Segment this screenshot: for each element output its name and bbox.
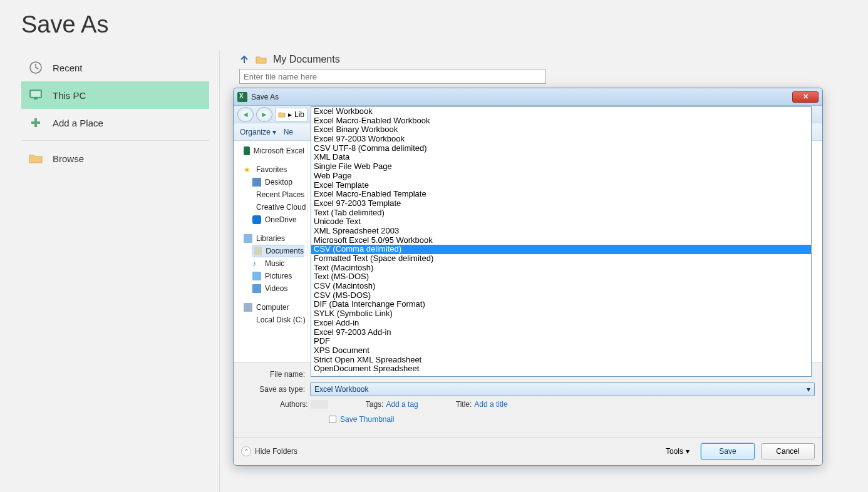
title-label: Title: <box>456 400 472 409</box>
breadcrumb: My Documents <box>225 54 855 69</box>
type-option[interactable]: CSV UTF-8 (Comma delimited) <box>311 144 811 153</box>
sidebar-item-this-pc[interactable]: This PC <box>21 81 209 109</box>
type-option[interactable]: CSV (MS-DOS) <box>311 291 811 300</box>
up-arrow-icon[interactable] <box>239 54 249 64</box>
tools-menu[interactable]: Tools▾ <box>666 447 690 456</box>
type-option[interactable]: Excel Macro-Enabled Workbook <box>311 116 811 126</box>
tree-libraries[interactable]: Libraries <box>244 232 304 245</box>
type-option[interactable]: XML Data <box>311 153 811 162</box>
hide-folders-button[interactable]: ˄ Hide Folders <box>241 446 297 456</box>
type-option[interactable]: CSV (Comma delimited) <box>311 245 811 254</box>
authors-label: Authors: <box>280 400 308 409</box>
type-option[interactable]: OpenDocument Spreadsheet <box>311 364 811 374</box>
forward-button[interactable]: ► <box>256 107 272 122</box>
tree-onedrive[interactable]: OneDrive <box>252 213 304 226</box>
sidebar-item-label: This PC <box>53 90 86 101</box>
add-title-link[interactable]: Add a title <box>474 400 507 409</box>
sidebar-item-label: Browse <box>53 153 84 164</box>
svg-rect-2 <box>31 91 40 96</box>
tree-computer[interactable]: Computer <box>244 301 304 314</box>
videos-icon <box>252 284 261 293</box>
type-option[interactable]: Text (Macintosh) <box>311 264 811 273</box>
folder-small-icon <box>278 111 286 118</box>
dialog-footer: ˄ Hide Folders Tools▾ Save Cancel <box>234 437 822 465</box>
chevron-down-icon: ▾ <box>272 128 276 136</box>
type-option[interactable]: Microsoft Excel 5.0/95 Workbook <box>311 236 811 245</box>
type-option[interactable]: XML Spreadsheet 2003 <box>311 227 811 236</box>
computer-icon <box>244 303 252 312</box>
add-tag-link[interactable]: Add a tag <box>386 400 418 409</box>
filename-input[interactable] <box>239 69 546 84</box>
clock-icon <box>28 61 44 74</box>
page-title: Save As <box>0 0 868 38</box>
back-button[interactable]: ◄ <box>237 107 254 122</box>
pictures-icon <box>252 272 261 280</box>
save-button[interactable]: Save <box>701 443 755 459</box>
chevron-down-icon: ▾ <box>686 447 690 456</box>
organize-menu[interactable]: Organize▾ <box>240 128 276 136</box>
sidebar-item-label: Recent <box>53 63 83 73</box>
type-option[interactable]: Excel 97-2003 Workbook <box>311 135 811 144</box>
sidebar: Recent This PC Add a Place Browse <box>21 54 209 172</box>
excel-icon <box>237 92 247 102</box>
type-option[interactable]: Text (Tab delimited) <box>311 208 811 218</box>
type-combo-value: Excel Workbook <box>314 385 368 394</box>
type-option[interactable]: Excel 97-2003 Template <box>311 199 811 208</box>
libraries-icon <box>244 234 252 243</box>
type-option[interactable]: Excel Binary Workbook <box>311 125 811 135</box>
dialog-titlebar[interactable]: Save As ✕ <box>234 88 822 106</box>
tree-desktop[interactable]: Desktop <box>252 176 304 188</box>
sidebar-item-recent[interactable]: Recent <box>21 54 209 81</box>
tree-documents[interactable]: Documents <box>252 245 304 257</box>
type-option[interactable]: Web Page <box>311 172 811 181</box>
type-option[interactable]: Formatted Text (Space delimited) <box>311 254 811 264</box>
type-option[interactable]: Excel Add-in <box>311 319 811 328</box>
save-as-type-dropdown[interactable]: Excel WorkbookExcel Macro-Enabled Workbo… <box>311 106 812 377</box>
type-option[interactable]: Excel Macro-Enabled Template <box>311 190 811 199</box>
save-as-type-combo[interactable]: Excel Workbook ▾ <box>310 382 815 396</box>
type-option[interactable]: Excel Workbook <box>311 107 811 116</box>
authors-value[interactable] <box>311 400 328 409</box>
type-option[interactable]: Text (MS-DOS) <box>311 272 811 282</box>
new-folder-button[interactable]: Ne <box>284 128 293 136</box>
folder-icon <box>28 153 44 164</box>
type-option[interactable]: XPS Document <box>311 346 811 356</box>
tree-recent-places[interactable]: Recent Places <box>252 188 304 201</box>
tree-creative-cloud[interactable]: Creative Cloud <box>252 201 304 213</box>
save-thumbnail-label[interactable]: Save Thumbnail <box>340 415 395 424</box>
dialog-title: Save As <box>251 93 279 101</box>
tree-favorites[interactable]: ★ Favorites <box>244 163 304 176</box>
sidebar-item-browse[interactable]: Browse <box>21 145 209 172</box>
type-option[interactable]: Single File Web Page <box>311 162 811 172</box>
tree-excel[interactable]: Microsoft Excel <box>244 145 304 157</box>
addr-segment[interactable]: Lib <box>294 110 304 119</box>
tree-music[interactable]: ♪Music <box>252 257 304 270</box>
cancel-button[interactable]: Cancel <box>761 443 815 459</box>
tree-pictures[interactable]: Pictures <box>252 270 304 282</box>
file-name-label: File name: <box>241 370 310 379</box>
monitor-icon <box>28 89 44 101</box>
type-option[interactable]: SYLK (Symbolic Link) <box>311 309 811 319</box>
sidebar-divider <box>21 140 209 141</box>
type-option[interactable]: Excel 97-2003 Add-in <box>311 328 811 337</box>
tree-videos[interactable]: Videos <box>252 282 304 295</box>
tree-local-disk[interactable]: Local Disk (C:) <box>252 314 304 326</box>
close-button[interactable]: ✕ <box>792 91 819 103</box>
star-icon: ★ <box>244 165 252 174</box>
type-option[interactable]: Unicode Text <box>311 217 811 227</box>
type-option[interactable]: CSV (Macintosh) <box>311 282 811 291</box>
plus-icon <box>28 117 44 128</box>
tags-label: Tags: <box>366 400 384 409</box>
breadcrumb-current[interactable]: My Documents <box>273 54 340 65</box>
chevron-down-icon: ▾ <box>807 385 810 394</box>
type-option[interactable]: Excel Template <box>311 181 811 190</box>
save-thumbnail-checkbox[interactable] <box>329 416 336 423</box>
type-option[interactable]: PDF <box>311 337 811 346</box>
sidebar-item-add-place[interactable]: Add a Place <box>21 109 209 136</box>
save-as-type-label: Save as type: <box>241 385 310 394</box>
type-option[interactable]: Strict Open XML Spreadsheet <box>311 356 811 365</box>
type-option[interactable]: DIF (Data Interchange Format) <box>311 300 811 309</box>
desktop-icon <box>252 178 261 187</box>
documents-icon <box>254 247 262 255</box>
address-bar[interactable]: ▸ Lib <box>275 108 307 121</box>
